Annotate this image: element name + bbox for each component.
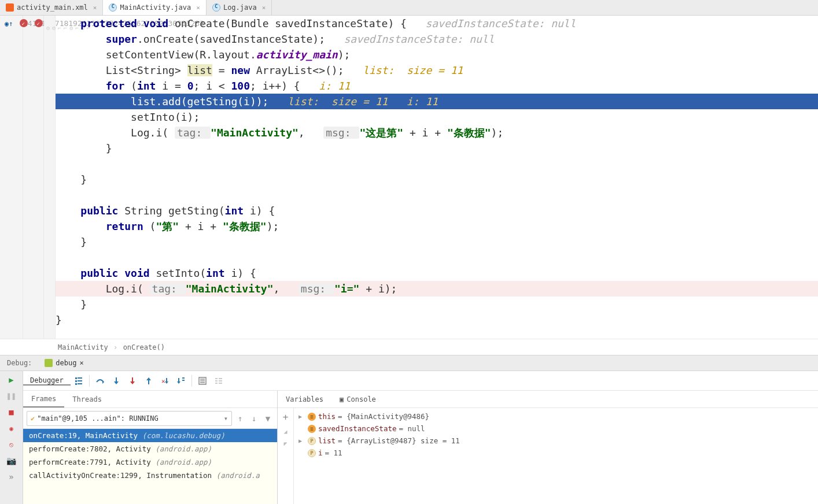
frames-tab[interactable]: Frames — [23, 391, 64, 407]
close-icon[interactable]: × — [79, 359, 83, 367]
code-line[interactable]: return ("第" + i + "条教据"); — [56, 218, 818, 234]
evaluate-expression-button[interactable] — [197, 375, 208, 387]
debug-tool-window: ▶ ❚❚ ■ ◉ ⦸ 📷 » Debugger ✕ — [0, 371, 818, 504]
execution-point-icon: ◉↑ — [5, 20, 13, 28]
prev-frame-button[interactable]: ↑ — [234, 414, 246, 423]
debugger-content: Frames Threads ✔ "main"@9,105 ...ain": R… — [23, 391, 818, 504]
code-line[interactable]: for (int i = 0; i < 100; i++) { i: 11 — [56, 78, 818, 94]
code-line[interactable]: super.onCreate(savedInstanceState); save… — [56, 31, 818, 47]
breadcrumb-method[interactable]: onCreate() — [123, 343, 165, 351]
threads-tab[interactable]: Threads — [64, 391, 110, 407]
code-line[interactable]: } — [56, 140, 818, 156]
code-line[interactable]: public String getSting(int i) { — [56, 203, 818, 218]
frames-panel: Frames Threads ✔ "main"@9,105 ...ain": R… — [23, 391, 278, 504]
variable-type-icon: ≡ — [308, 413, 316, 421]
editor-tabs: activity_main.xml×MainActivity.java×Log.… — [0, 0, 818, 16]
java-file-icon — [212, 3, 220, 12]
debug-sidebar: ▶ ❚❚ ■ ◉ ⦸ 📷 » — [0, 371, 23, 504]
expand-icon[interactable]: ▶ — [299, 413, 305, 420]
editor-tab[interactable]: Log.java× — [207, 0, 272, 15]
debug-label: Debug: — [0, 359, 39, 367]
stop-button[interactable]: ■ — [6, 407, 17, 417]
debug-tool-window-header: Debug: debug × — [0, 355, 818, 371]
variable-row[interactable]: ▶P list = {ArrayList@9487} size = 11 — [299, 435, 813, 447]
xml-file-icon — [6, 3, 14, 12]
remove-watch-button[interactable]: ◤ — [283, 440, 287, 447]
pause-button[interactable]: ❚❚ — [6, 391, 17, 401]
frames-list[interactable]: onCreate:19, MainActivity (com.lucashu.d… — [23, 429, 277, 504]
close-icon[interactable]: × — [93, 4, 97, 12]
drop-frame-button[interactable]: ✕ — [159, 375, 171, 387]
variables-panel: Variables ▣ Console + ◢ ◤ ▶≡ this = {Mai… — [278, 391, 818, 504]
stack-frame[interactable]: onCreate:19, MainActivity (com.lucashu.d… — [23, 429, 277, 442]
code-line[interactable] — [56, 156, 818, 172]
code-line[interactable]: } — [56, 234, 818, 250]
variable-type-icon: P — [308, 437, 316, 445]
more-button[interactable]: » — [6, 472, 17, 482]
tab-label: activity_main.xml — [17, 3, 88, 12]
code-line[interactable]: Log.i( tag: "MainActivity", msg: "这是第" +… — [56, 125, 818, 140]
code-line[interactable]: list.add(getSting(i)); list: size = 11 i… — [56, 94, 818, 109]
code-area[interactable]: protected void onCreate(Bundle savedInst… — [56, 16, 818, 339]
mute-breakpoints-button[interactable]: ⦸ — [6, 439, 17, 450]
tab-label: Log.java — [223, 3, 257, 12]
code-line[interactable]: } — [56, 312, 818, 328]
code-line[interactable]: public void setInto(int i) { — [56, 265, 818, 281]
code-editor[interactable]: ◉↑ 1415161718192021222324252627282930313… — [0, 16, 818, 339]
code-line[interactable]: protected void onCreate(Bundle savedInst… — [56, 16, 818, 31]
console-tab[interactable]: ▣ Console — [331, 391, 384, 407]
expand-icon[interactable]: ▶ — [299, 438, 305, 444]
frames-toolbar: ✔ "main"@9,105 ...ain": RUNNING ▾ ↑ ↓ ▼ — [23, 408, 277, 429]
force-step-into-button[interactable] — [127, 375, 138, 387]
thread-name: "main"@9,105 ...ain": RUNNING — [37, 414, 159, 423]
variable-type-icon: ≡ — [308, 425, 316, 433]
variables-tab[interactable]: Variables — [278, 391, 331, 407]
variables-tree[interactable]: ▶≡ this = {MainActivity@9486}≡ savedInst… — [294, 408, 818, 504]
step-out-button[interactable] — [143, 375, 154, 387]
console-tab-label: Console — [347, 395, 376, 403]
debugger-toolbar: Debugger ✕ — [23, 371, 818, 391]
step-into-button[interactable] — [110, 375, 122, 387]
code-line[interactable]: setInto(i); — [56, 109, 818, 125]
breadcrumb[interactable]: MainActivity › onCreate() — [0, 339, 818, 355]
debug-config-tab[interactable]: debug × — [39, 355, 89, 370]
trace-button[interactable] — [213, 375, 224, 387]
camera-button[interactable]: 📷 — [6, 455, 17, 466]
code-line[interactable] — [56, 187, 818, 203]
collapse-down-icon[interactable]: ◢ — [283, 428, 287, 435]
thread-selector[interactable]: ✔ "main"@9,105 ...ain": RUNNING ▾ — [27, 411, 232, 426]
resume-button[interactable]: ▶ — [6, 375, 17, 385]
code-line[interactable] — [56, 250, 818, 265]
debugger-tab[interactable]: Debugger — [23, 376, 71, 386]
code-line[interactable]: Log.i( tag: "MainActivity", msg: "i=" + … — [56, 281, 818, 297]
code-line[interactable]: } — [56, 297, 818, 312]
check-icon: ✔ — [31, 414, 35, 423]
filter-frames-button[interactable]: ▼ — [262, 414, 274, 423]
next-frame-button[interactable]: ↓ — [248, 414, 260, 423]
variables-toolbar: + ◢ ◤ — [278, 408, 294, 504]
step-over-button[interactable] — [94, 375, 106, 387]
variable-row[interactable]: ▶≡ this = {MainActivity@9486} — [299, 410, 813, 423]
code-line[interactable]: } — [56, 172, 818, 187]
code-line[interactable]: List<String> list = new ArrayList<>(); l… — [56, 62, 818, 78]
frames-tabs: Frames Threads — [23, 391, 277, 408]
show-execution-point-button[interactable] — [73, 375, 84, 387]
variable-row[interactable]: ≡ savedInstanceState = null — [299, 423, 813, 435]
breadcrumb-class[interactable]: MainActivity — [58, 343, 108, 351]
code-line[interactable]: setContentView(R.layout.activity_main); — [56, 47, 818, 62]
close-icon[interactable]: × — [262, 4, 266, 12]
close-icon[interactable]: × — [196, 4, 200, 12]
add-watch-button[interactable]: + — [283, 412, 289, 423]
tab-label: MainActivity.java — [120, 3, 191, 12]
run-to-cursor-button[interactable] — [175, 375, 187, 387]
editor-tab[interactable]: MainActivity.java× — [103, 0, 206, 15]
variable-row[interactable]: P i = 11 — [299, 447, 813, 459]
line-number-gutter: 1415161718192021222324252627282930313233 — [23, 16, 44, 339]
stack-frame[interactable]: performCreate:7791, Activity (android.ap… — [23, 455, 277, 469]
stack-frame[interactable]: callActivityOnCreate:1299, Instrumentati… — [23, 469, 277, 482]
editor-tab[interactable]: activity_main.xml× — [0, 0, 103, 15]
stack-frame[interactable]: performCreate:7802, Activity (android.ap… — [23, 442, 277, 455]
breakpoint-gutter[interactable]: ◉↑ — [0, 16, 23, 339]
view-breakpoints-button[interactable]: ◉ — [6, 423, 17, 433]
fold-gutter[interactable]: ⊖⊖⌐⌐⊖⌐⊖⌐ — [44, 16, 56, 339]
